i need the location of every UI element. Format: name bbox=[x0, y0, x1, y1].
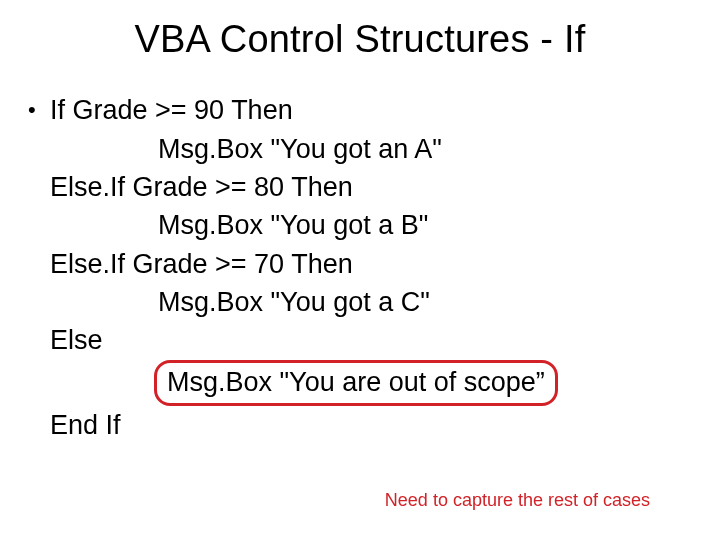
slide-body: • If Grade >= 90 Then Msg.Box "You got a… bbox=[28, 92, 692, 444]
code-line-5: Else.If Grade >= 70 Then bbox=[50, 245, 692, 283]
bullet-icon: • bbox=[28, 92, 50, 127]
code-line-6: Msg.Box "You got a C" bbox=[50, 283, 692, 321]
code-line-2: Msg.Box "You got an A" bbox=[50, 130, 692, 168]
slide: VBA Control Structures - If • If Grade >… bbox=[0, 0, 720, 540]
code-line-3: Else.If Grade >= 80 Then bbox=[50, 168, 692, 206]
slide-title: VBA Control Structures - If bbox=[0, 0, 720, 61]
annotation-text: Need to capture the rest of cases bbox=[385, 488, 650, 513]
bullet-item: • If Grade >= 90 Then bbox=[28, 92, 692, 130]
code-line-4: Msg.Box "You got a B" bbox=[50, 206, 692, 244]
highlight-box: Msg.Box "You are out of scope” bbox=[154, 360, 558, 406]
code-line-1: If Grade >= 90 Then bbox=[50, 92, 692, 130]
code-line-8-wrapper: Msg.Box "You are out of scope” bbox=[50, 360, 692, 406]
code-block: Msg.Box "You got an A" Else.If Grade >= … bbox=[50, 130, 692, 445]
code-line-9: End If bbox=[50, 406, 692, 444]
code-line-7: Else bbox=[50, 321, 692, 359]
code-line-8: Msg.Box "You are out of scope” bbox=[167, 367, 545, 397]
